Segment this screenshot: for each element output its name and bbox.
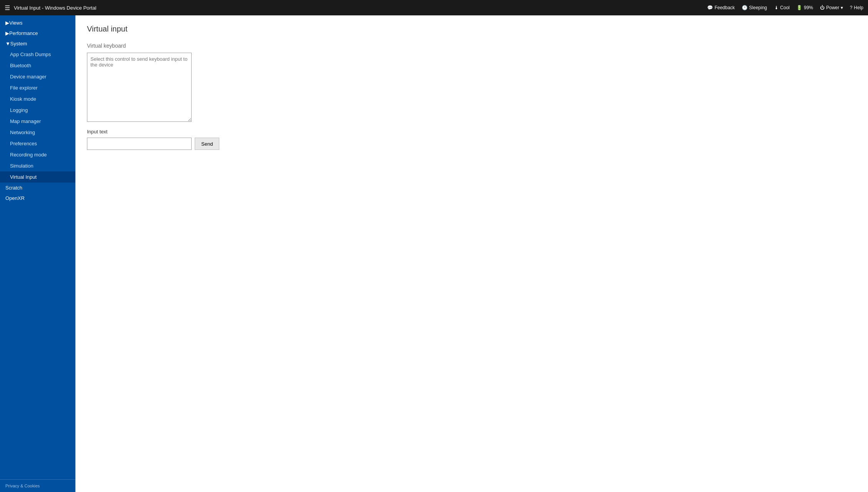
sidebar-item-bluetooth[interactable]: Bluetooth [0,60,75,71]
sidebar-item-file-explorer[interactable]: File explorer [0,82,75,93]
battery-status[interactable]: 🔋 99% [796,5,813,10]
virtual-keyboard-textarea[interactable] [87,53,192,122]
power-icon: ⏻ [820,5,825,10]
sidebar-item-map-manager[interactable]: Map manager [0,116,75,127]
sidebar-nav: ▶Views ▶Performance ▼System App Crash Du… [0,15,75,479]
feedback-button[interactable]: 💬 Feedback [707,5,735,10]
titlebar-right: 💬 Feedback 🕐 Sleeping 🌡 Cool 🔋 99% ⏻ Pow… [707,5,863,10]
send-button[interactable]: Send [195,138,219,150]
sidebar-item-scratch[interactable]: Scratch [0,183,75,193]
power-label: Power ▾ [826,5,843,10]
battery-icon: 🔋 [796,5,802,10]
sleeping-label: Sleeping [749,5,767,10]
sidebar-item-logging[interactable]: Logging [0,105,75,116]
thermometer-icon: 🌡 [774,5,779,10]
power-button[interactable]: ⏻ Power ▾ [820,5,843,10]
sidebar-item-views[interactable]: ▶Views [0,18,75,28]
sidebar-item-system[interactable]: ▼System [0,38,75,49]
sidebar-item-preferences[interactable]: Preferences [0,138,75,149]
titlebar-title: Virtual Input - Windows Device Portal [14,5,96,11]
sleeping-button[interactable]: 🕐 Sleeping [742,5,767,10]
main-layout: ◀ ▶Views ▶Performance ▼System App Crash … [0,15,868,492]
input-text-field[interactable] [87,138,192,150]
sidebar-item-app-crash-dumps[interactable]: App Crash Dumps [0,49,75,60]
cool-label: Cool [780,5,790,10]
sidebar-item-openxr[interactable]: OpenXR [0,193,75,203]
feedback-label: Feedback [714,5,735,10]
help-icon: ? [850,5,853,10]
content-area: Virtual input Virtual keyboard Input tex… [75,15,868,492]
input-text-row: Send [87,138,856,150]
page-title: Virtual input [87,25,856,33]
sidebar-item-recording-mode[interactable]: Recording mode [0,149,75,160]
sidebar-item-kiosk-mode[interactable]: Kiosk mode [0,93,75,105]
titlebar: ☰ Virtual Input - Windows Device Portal … [0,0,868,15]
sidebar: ◀ ▶Views ▶Performance ▼System App Crash … [0,15,75,492]
help-button[interactable]: ? Help [850,5,863,10]
feedback-icon: 💬 [707,5,713,10]
sleeping-icon: 🕐 [742,5,748,10]
sidebar-item-networking[interactable]: Networking [0,127,75,138]
cool-button[interactable]: 🌡 Cool [774,5,790,10]
privacy-cookies-link[interactable]: Privacy & Cookies [0,479,75,492]
sidebar-item-performance[interactable]: ▶Performance [0,28,75,38]
sidebar-item-simulation[interactable]: Simulation [0,160,75,171]
help-label: Help [854,5,863,10]
hamburger-icon[interactable]: ☰ [5,4,10,12]
sidebar-item-device-manager[interactable]: Device manager [0,71,75,82]
sidebar-item-virtual-input[interactable]: Virtual Input [0,171,75,183]
battery-label: 99% [804,5,813,10]
keyboard-section-title: Virtual keyboard [87,43,856,49]
input-text-label: Input text [87,129,856,135]
titlebar-left: ☰ Virtual Input - Windows Device Portal [5,4,96,12]
